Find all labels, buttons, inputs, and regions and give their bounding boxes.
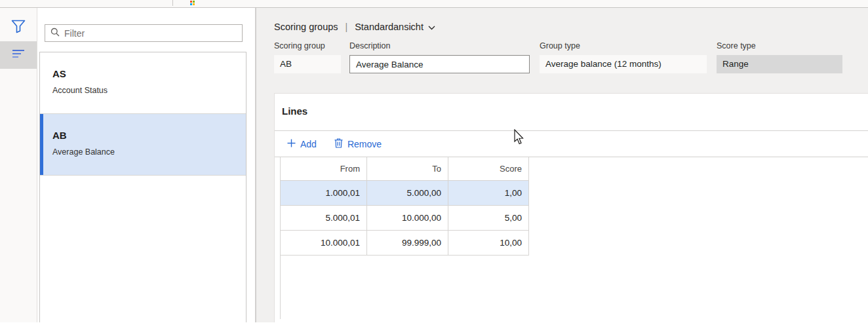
grid-empty-area [280,256,529,319]
detail-fields: Scoring group AB Description Average Bal… [274,41,868,77]
left-rail [0,8,37,322]
list-item-as[interactable]: AS Account Status [40,52,246,114]
record-code: AS [52,68,246,79]
strip-divider [172,0,173,6]
microsoft-logo-icon [190,1,195,5]
record-list-panel: AS Account Status AB Average Balance [37,8,255,322]
table-row[interactable]: 10.000,01 99.999,00 10,00 [280,231,529,256]
field-score-type: Score type Range [717,41,842,73]
field-label: Group type [540,41,707,50]
cell-score[interactable]: 1,00 [448,181,529,206]
list-item-ab[interactable]: AB Average Balance [40,114,246,176]
browser-strip [0,0,868,8]
lines-toolbar: Add Remove [275,131,868,157]
filter-box [45,24,243,42]
table-row[interactable]: 1.000,01 5.000,00 1,00 [280,181,529,206]
record-description: Average Balance [52,147,246,157]
main-content: Scoring groups | Standardansicht Scoring… [256,8,868,322]
header-separator: | [345,22,348,32]
field-label: Description [349,41,530,50]
grid-header-row: From To Score [280,157,529,181]
group-type-value[interactable]: Average balance (12 months) [540,55,707,73]
field-group-type: Group type Average balance (12 months) [540,41,707,73]
lines-section: Lines Add [274,93,868,322]
page-title: Scoring groups [274,22,338,32]
rail-filter-button[interactable] [0,14,37,41]
cell-score[interactable]: 10,00 [448,231,529,256]
add-button-label: Add [300,139,317,149]
record-code: AB [52,130,246,141]
column-header-from[interactable]: From [280,157,367,181]
cell-to[interactable]: 5.000,00 [367,181,448,206]
search-icon [50,28,60,39]
view-selector[interactable]: Standardansicht [355,22,435,32]
description-input[interactable]: Average Balance [349,55,530,73]
cell-from[interactable]: 5.000,01 [280,206,367,231]
scoring-group-value[interactable]: AB [274,55,341,73]
remove-button[interactable]: Remove [334,138,382,150]
lines-grid: From To Score 1.000,01 5.000,00 1,00 5.0… [280,157,529,319]
section-title: Lines [282,105,307,117]
record-description: Account Status [52,86,246,95]
filter-funnel-icon [11,20,26,36]
add-button[interactable]: Add [287,139,317,149]
field-label: Score type [717,41,842,50]
column-header-to[interactable]: To [367,157,448,181]
page-header: Scoring groups | Standardansicht [274,22,868,32]
record-list: AS Account Status AB Average Balance [39,52,247,322]
field-scoring-group: Scoring group AB [274,41,341,73]
column-header-score[interactable]: Score [448,157,529,181]
filter-input[interactable] [64,28,237,39]
trash-icon [334,138,343,150]
cell-from[interactable]: 10.000,01 [280,231,367,256]
cell-to[interactable]: 99.999,00 [367,231,448,256]
cell-to[interactable]: 10.000,00 [367,206,448,231]
field-label: Scoring group [274,41,341,50]
view-name: Standardansicht [355,22,424,32]
lines-card-header: Lines [275,94,868,131]
chevron-down-icon [428,22,435,32]
table-row[interactable]: 5.000,01 10.000,00 5,00 [280,206,529,231]
grid-body: 1.000,01 5.000,00 1,00 5.000,01 10.000,0… [280,181,529,256]
rail-list-button[interactable] [0,41,37,69]
remove-button-label: Remove [347,139,382,149]
field-description: Description Average Balance [349,41,530,73]
app-shell: AS Account Status AB Average Balance Sco… [0,8,868,322]
cell-from[interactable]: 1.000,01 [280,181,367,206]
list-lines-icon [12,49,25,61]
cell-score[interactable]: 5,00 [448,206,529,231]
plus-icon [287,139,296,149]
score-type-value: Range [717,55,842,73]
